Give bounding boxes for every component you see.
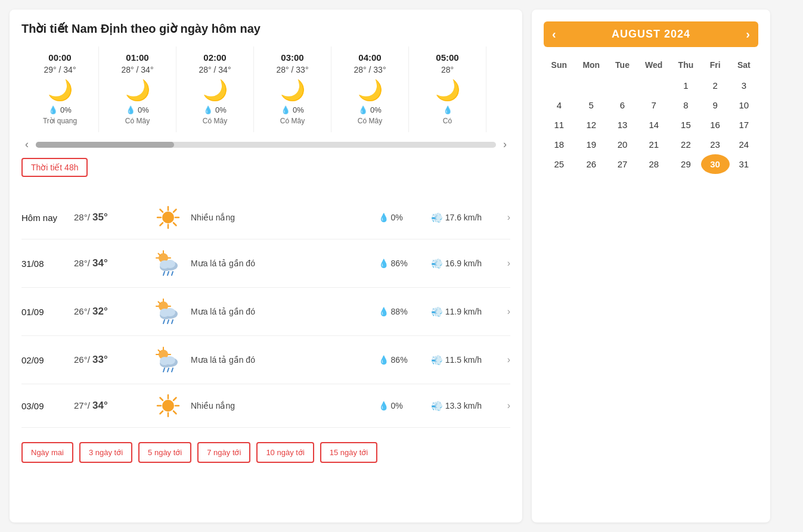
cal-day[interactable]: 4: [544, 95, 575, 115]
btn-48h[interactable]: Thời tiết 48h: [21, 158, 88, 177]
hour-time: 04:00: [358, 52, 381, 63]
svg-line-42: [159, 350, 160, 352]
cal-day[interactable]: 29: [671, 154, 700, 174]
day-chevron[interactable]: ›: [507, 258, 510, 269]
hour-rain: 💧 0%: [281, 105, 303, 114]
cal-day[interactable]: 16: [701, 115, 730, 135]
hour-rain: 💧 0%: [126, 105, 148, 114]
svg-line-34: [163, 320, 165, 323]
nav-button[interactable]: 10 ngày tới: [256, 442, 314, 463]
hour-time: 00:00: [48, 52, 71, 63]
cal-day[interactable]: 27: [608, 154, 637, 174]
svg-line-6: [173, 223, 176, 226]
svg-point-19: [165, 260, 175, 268]
cal-day[interactable]: 10: [730, 95, 758, 115]
scroll-left-arrow[interactable]: ‹: [21, 137, 32, 152]
cal-day[interactable]: 12: [575, 115, 608, 135]
svg-line-50: [172, 368, 173, 372]
hour-icon: 🌙: [48, 79, 73, 101]
cal-day[interactable]: 11: [544, 115, 575, 135]
svg-line-14: [159, 254, 160, 256]
cal-day[interactable]: 9: [701, 95, 730, 115]
day-chevron[interactable]: ›: [507, 306, 510, 317]
cal-day[interactable]: 23: [701, 135, 730, 154]
hour-temp: 28°: [441, 65, 454, 74]
svg-point-33: [165, 308, 175, 316]
cal-day[interactable]: 26: [575, 154, 608, 174]
day-chevron[interactable]: ›: [507, 354, 510, 365]
cal-day[interactable]: 25: [544, 154, 575, 174]
scroll-nav: ‹ ›: [21, 137, 510, 152]
day-wind: 💨 16.9 km/h: [431, 258, 503, 269]
cal-day[interactable]: 31: [730, 154, 758, 174]
hour-icon: 🌙: [203, 79, 228, 101]
hour-rain: 💧 0%: [48, 105, 71, 114]
day-row: 02/09 26°/ 33° Mưa lá tả gần đó 💧 86% 💨 …: [21, 336, 510, 384]
cal-weekday: Wed: [637, 57, 671, 76]
cal-next-button[interactable]: ›: [746, 27, 750, 41]
day-label: Hôm nay: [21, 213, 69, 223]
day-temp: 26°/ 33°: [74, 354, 145, 366]
cal-day[interactable]: 24: [730, 135, 758, 154]
hour-rain: 💧 0%: [203, 105, 226, 114]
day-desc: Nhiều nắng: [191, 213, 374, 222]
cal-day[interactable]: 6: [608, 95, 637, 115]
cal-prev-button[interactable]: ‹: [552, 27, 556, 41]
calendar-header: ‹ AUGUST 2024 ›: [544, 21, 758, 47]
day-rain: 💧 86%: [379, 259, 426, 268]
cal-day[interactable]: 19: [575, 135, 608, 154]
hour-temp: 28° / 33°: [276, 65, 308, 74]
day-chevron[interactable]: ›: [507, 400, 510, 411]
hour-card: 04:00 28° / 33° 🌙 💧 0% Có Mây: [331, 46, 409, 132]
svg-line-21: [168, 272, 169, 275]
day-rain: 💧 0%: [379, 213, 426, 222]
left-panel: Thời tiết Nam Định theo giờ ngày hôm nay…: [10, 10, 522, 522]
cal-day[interactable]: 2: [701, 76, 730, 95]
hour-icon: 🌙: [435, 79, 460, 101]
nav-button[interactable]: 7 ngày tới: [197, 442, 250, 463]
page-title: Thời tiết Nam Định theo giờ ngày hôm nay: [21, 21, 510, 36]
nav-button[interactable]: 15 ngày tới: [320, 442, 377, 463]
hour-time: 03:00: [281, 52, 303, 63]
cal-day[interactable]: 22: [671, 135, 700, 154]
hour-icon: 🌙: [125, 79, 150, 101]
day-temp: 28°/ 35°: [74, 211, 145, 223]
scroll-right-arrow[interactable]: ›: [500, 137, 510, 152]
cal-weekday: Sat: [730, 57, 758, 76]
cal-day[interactable]: 8: [671, 95, 700, 115]
cal-day[interactable]: 13: [608, 115, 637, 135]
hour-desc: Có: [443, 117, 452, 125]
day-temp: 27°/ 34°: [74, 400, 145, 412]
svg-line-28: [159, 302, 160, 304]
day-chevron[interactable]: ›: [507, 212, 510, 223]
day-label: 31/08: [21, 259, 69, 269]
cal-weekday: Thu: [671, 57, 700, 76]
svg-line-5: [160, 210, 163, 213]
cal-day[interactable]: 21: [637, 135, 671, 154]
cal-day[interactable]: 1: [671, 76, 700, 95]
cal-day[interactable]: 20: [608, 135, 637, 154]
cal-day[interactable]: 5: [575, 95, 608, 115]
day-rain: 💧 0%: [379, 401, 426, 410]
nav-button[interactable]: 5 ngày tới: [138, 442, 191, 463]
cal-day[interactable]: 30: [701, 154, 730, 174]
nav-button[interactable]: Ngày mai: [21, 442, 73, 463]
day-desc: Mưa lá tả gần đó: [191, 307, 374, 316]
cal-day[interactable]: 7: [637, 95, 671, 115]
hour-temp: 28° / 33°: [354, 65, 386, 74]
hour-card: 03:00 28° / 33° 🌙 💧 0% Có Mây: [254, 46, 331, 132]
hourly-scroll[interactable]: 00:00 29° / 34° 🌙 💧 0% Trời quang 01:00 …: [21, 46, 510, 137]
day-wind: 💨 17.6 km/h: [431, 212, 503, 223]
cal-day[interactable]: 17: [730, 115, 758, 135]
nav-button[interactable]: 3 ngày tới: [79, 442, 132, 463]
svg-point-51: [162, 400, 174, 412]
cal-day[interactable]: 15: [671, 115, 700, 135]
cal-day[interactable]: 28: [637, 154, 671, 174]
scrollbar-track[interactable]: [36, 142, 496, 148]
cal-day[interactable]: 18: [544, 135, 575, 154]
hour-temp: 29° / 34°: [44, 65, 76, 74]
svg-line-7: [173, 210, 176, 213]
cal-day[interactable]: 14: [637, 115, 671, 135]
hour-desc: Có Mây: [280, 117, 305, 125]
cal-day[interactable]: 3: [730, 76, 758, 95]
